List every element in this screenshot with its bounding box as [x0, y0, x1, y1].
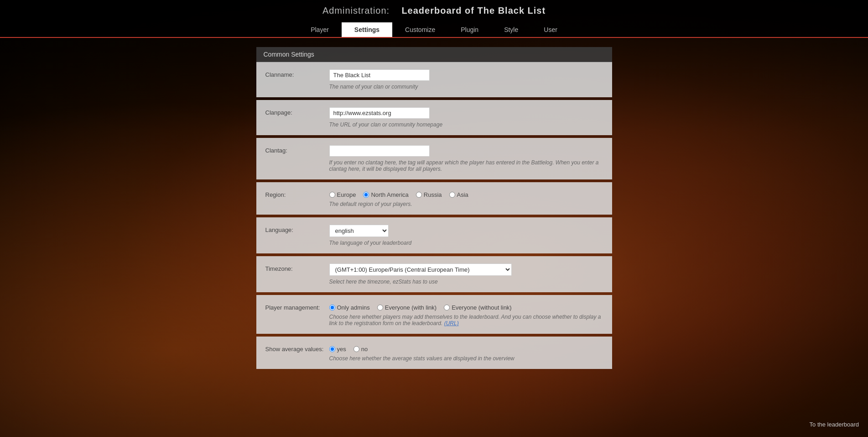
player-management-label: Player management: [265, 302, 329, 311]
tab-customize[interactable]: Customize [392, 22, 448, 37]
clanpage-hint: The URL of your clan or community homepa… [329, 121, 603, 128]
nav-tabs: Player Settings Customize Plugin Style U… [0, 21, 868, 37]
to-leaderboard-link[interactable]: To the leaderboard [810, 421, 859, 428]
region-field: Europe North America Russia Asia [329, 190, 603, 198]
clanpage-input[interactable] [329, 107, 430, 119]
leaderboard-title: Leaderboard of The Black List [401, 5, 546, 16]
show-average-no[interactable]: no [353, 346, 368, 353]
region-europe-label: Europe [337, 191, 356, 198]
admin-label: Administration: [322, 5, 390, 16]
page-title: Administration: Leaderboard of The Black… [0, 5, 868, 21]
pm-hint-prefix: Choose here whether players may add them… [329, 314, 601, 326]
show-average-yes-radio[interactable] [329, 346, 335, 352]
tab-player[interactable]: Player [298, 22, 342, 37]
pm-only-admins-label: Only admins [337, 304, 370, 311]
region-asia-label: Asia [457, 191, 468, 198]
region-europe[interactable]: Europe [329, 191, 356, 198]
region-radio-group: Europe North America Russia Asia [329, 190, 603, 198]
pm-only-admins[interactable]: Only admins [329, 304, 370, 311]
clantag-label: Clantag: [265, 145, 329, 154]
show-average-row: Show average values: yes no Choose here … [256, 337, 612, 369]
region-asia[interactable]: Asia [449, 191, 468, 198]
show-average-field: yes no [329, 344, 603, 353]
pm-everyone-link[interactable]: Everyone (with link) [377, 304, 437, 311]
clantag-input[interactable] [329, 145, 430, 157]
pm-only-admins-radio[interactable] [329, 305, 335, 311]
clantag-row: Clantag: If you enter no clantag here, t… [256, 138, 612, 179]
language-select[interactable]: english german french spanish [329, 225, 389, 237]
clanpage-row: Clanpage: The URL of your clan or commun… [256, 100, 612, 135]
region-north-america-label: North America [371, 191, 408, 198]
region-russia[interactable]: Russia [416, 191, 442, 198]
clanname-input[interactable] [329, 69, 430, 81]
region-russia-label: Russia [424, 191, 442, 198]
clanname-hint: The name of your clan or community [329, 84, 603, 90]
main-content: Common Settings Clanname: The name of yo… [252, 47, 617, 369]
pm-everyone-link-label: Everyone (with link) [385, 304, 437, 311]
tab-settings[interactable]: Settings [342, 22, 392, 37]
clanname-row: Clanname: The name of your clan or commu… [256, 62, 612, 97]
timezone-label: Timezone: [265, 263, 329, 272]
region-hint: The default region of your players. [329, 201, 603, 207]
show-average-yes-label: yes [337, 346, 346, 353]
tab-style[interactable]: Style [491, 22, 531, 37]
show-average-no-radio[interactable] [353, 346, 359, 352]
clantag-hint: If you enter no clantag here, the tag wi… [329, 159, 603, 172]
pm-hint-link[interactable]: (URL) [444, 320, 459, 326]
pm-everyone-no-link-label: Everyone (without link) [452, 304, 512, 311]
region-asia-radio[interactable] [449, 192, 455, 198]
region-label: Region: [265, 190, 329, 198]
player-management-field: Only admins Everyone (with link) Everyon… [329, 302, 603, 311]
section-header: Common Settings [256, 47, 612, 62]
player-management-row: Player management: Only admins Everyone … [256, 295, 612, 334]
region-north-america[interactable]: North America [363, 191, 408, 198]
clantag-field [329, 145, 603, 157]
pm-everyone-link-radio[interactable] [377, 305, 383, 311]
clanpage-label: Clanpage: [265, 107, 329, 116]
region-north-america-radio[interactable] [363, 192, 369, 198]
region-europe-radio[interactable] [329, 192, 335, 198]
language-field: english german french spanish [329, 225, 603, 237]
region-row: Region: Europe North America Russia [256, 182, 612, 215]
language-label: Language: [265, 225, 329, 233]
timezone-hint: Select here the timezone, ezStats has to… [329, 279, 603, 285]
pm-everyone-no-link-radio[interactable] [444, 305, 450, 311]
show-average-yes[interactable]: yes [329, 346, 346, 353]
timezone-field: (GMT+1:00) Europe/Paris (Central Europea… [329, 263, 603, 276]
player-management-hint: Choose here whether players may add them… [329, 314, 603, 326]
clanpage-field [329, 107, 603, 119]
timezone-select[interactable]: (GMT+1:00) Europe/Paris (Central Europea… [329, 263, 512, 276]
show-average-radio-group: yes no [329, 344, 603, 353]
tab-plugin[interactable]: Plugin [448, 22, 491, 37]
clanname-field [329, 69, 603, 81]
show-average-hint: Choose here whether the average stats va… [329, 355, 603, 362]
show-average-label: Show average values: [265, 344, 329, 353]
header: Administration: Leaderboard of The Black… [0, 0, 868, 38]
language-row: Language: english german french spanish … [256, 217, 612, 253]
region-russia-radio[interactable] [416, 192, 422, 198]
timezone-row: Timezone: (GMT+1:00) Europe/Paris (Centr… [256, 256, 612, 292]
player-management-radio-group: Only admins Everyone (with link) Everyon… [329, 302, 603, 311]
language-hint: The language of your leaderboard [329, 240, 603, 246]
pm-everyone-no-link[interactable]: Everyone (without link) [444, 304, 512, 311]
show-average-no-label: no [361, 346, 368, 353]
clanname-label: Clanname: [265, 69, 329, 78]
tab-user[interactable]: User [531, 22, 570, 37]
